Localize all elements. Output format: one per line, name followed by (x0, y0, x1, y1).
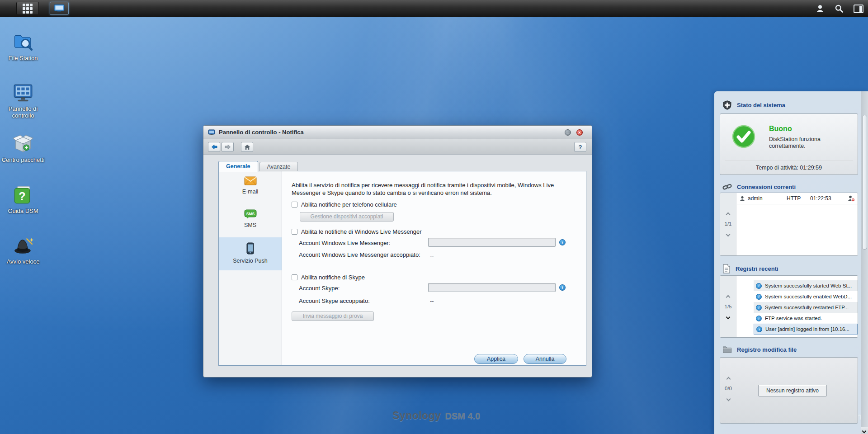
log-text: User [admin] logged in from [10.16... (765, 326, 849, 332)
paired-devices-button[interactable]: Gestione dispositivi accoppiati (300, 212, 394, 222)
close-button[interactable]: × (576, 129, 583, 136)
system-status-header: Stato del sistema (722, 100, 785, 110)
dsm-branding: Synology DSM 4.0 (392, 410, 480, 422)
tab-generale[interactable]: Generale (218, 161, 258, 172)
tab-content-panel: E-mail SMS SMS Servizio (218, 171, 586, 366)
taskbar (0, 0, 868, 17)
brand-version: DSM 4.0 (445, 411, 481, 421)
mobile-checkbox-row: Abilita notifiche per telefono cellulare (292, 201, 397, 208)
desktop-icon-label: File Station (1, 55, 45, 61)
scrollbar-down-button[interactable] (861, 427, 868, 434)
skype-checkbox[interactable] (292, 274, 297, 280)
system-status-box: Buono DiskStation funziona correttamente… (720, 113, 858, 175)
skype-checkbox-row: Abilita notifiche di Skype (292, 274, 365, 281)
log-page-icon (722, 264, 731, 274)
log-row[interactable]: iSystem successfully started Web St... (754, 280, 858, 291)
nav-item-email[interactable]: E-mail (219, 171, 282, 204)
panel-scrollbar[interactable] (861, 91, 868, 434)
connection-row[interactable]: admin HTTP 01:22:53 (737, 193, 858, 204)
nav-item-sms[interactable]: SMS SMS (219, 204, 282, 237)
wlm-account-input[interactable] (428, 238, 556, 247)
page-down-icon[interactable] (726, 232, 731, 237)
log-row-selected[interactable]: iUser [admin] logged in from [10.16... (754, 324, 858, 335)
connection-time: 01:22:53 (810, 195, 848, 202)
wlm-account-label: Account Windows Live Messenger: (299, 240, 390, 247)
logs-pager: 1/5 (720, 276, 736, 337)
user-mini-icon (740, 196, 745, 201)
page-up-icon[interactable] (726, 377, 731, 382)
widgets-panel-icon[interactable] (854, 5, 863, 13)
main-menu-icon (23, 4, 33, 14)
widget-title: Connessioni correnti (737, 184, 796, 190)
svg-text:SMS: SMS (246, 212, 255, 216)
connections-pager: 1/1 (720, 193, 736, 255)
control-panel-window: Pannello di controllo - Notifica – × ? G… (203, 125, 592, 377)
page-up-icon[interactable] (726, 295, 731, 300)
back-button[interactable] (208, 142, 220, 152)
notification-nav-sidebar: E-mail SMS SMS Servizio (219, 171, 282, 365)
page-indicator: 1/5 (725, 304, 732, 309)
skype-paired-label: Account Skype accoppiato: (299, 297, 370, 305)
uptime-text: Tempo di attività: 01:29:59 (720, 165, 858, 171)
skype-checkbox-label: Abilita notifiche di Skype (301, 274, 365, 281)
search-icon[interactable] (835, 4, 844, 13)
log-text: System successfully enabled WebD... (765, 294, 852, 299)
nav-item-servizio-push[interactable]: Servizio Push (219, 237, 282, 270)
forward-arrow-icon (225, 144, 231, 150)
tab-avanzate[interactable]: Avanzate (259, 162, 298, 171)
mobile-checkbox[interactable] (292, 202, 297, 208)
widget-title: Registro modifica file (737, 346, 797, 353)
shield-plus-icon (722, 100, 732, 110)
page-down-icon[interactable] (726, 315, 731, 320)
home-button[interactable] (241, 142, 253, 152)
desktop-icon-label: Avvio veloce (1, 258, 45, 265)
desktop-icon-dsm-help[interactable]: ? Guida DSM (1, 184, 45, 214)
info-icon: i (756, 326, 762, 332)
pilot-view-button[interactable] (50, 2, 69, 15)
wlm-info-icon[interactable]: i (559, 239, 566, 245)
back-arrow-icon (211, 144, 217, 150)
kick-user-icon[interactable] (848, 195, 855, 202)
window-titlebar[interactable]: Pannello di controllo - Notifica – × (203, 126, 592, 139)
connections-box: 1/1 admin HTTP 01:22:53 (720, 193, 858, 256)
forward-button[interactable] (222, 142, 234, 152)
home-icon (244, 144, 250, 150)
wlm-checkbox-row: Abilita le notifiche di Windows Live Mes… (292, 228, 422, 235)
log-row[interactable]: iSystem successfully restarted FTP... (754, 302, 858, 313)
desktop-icon-package-center[interactable]: Centro pacchetti (1, 133, 45, 163)
recent-logs-header: Registri recenti (722, 264, 778, 274)
skype-info-icon[interactable]: i (559, 284, 566, 291)
recent-logs-box: 1/5 iSystem successfully started Web St.… (720, 275, 858, 338)
scrollbar-thumb[interactable] (862, 115, 867, 250)
desktop-icon-control-panel[interactable]: Pannello di controllo (1, 82, 45, 119)
widget-title: Stato del sistema (737, 102, 785, 108)
apply-button[interactable]: Applica (474, 354, 518, 364)
nav-item-label: SMS (219, 222, 282, 228)
info-icon: i (756, 316, 762, 321)
desktop-icon-file-station[interactable]: File Station (1, 32, 45, 61)
control-panel-icon (1, 82, 45, 103)
log-row[interactable]: iFTP service was started. (754, 313, 858, 324)
file-station-icon (1, 32, 45, 52)
user-icon[interactable] (816, 4, 825, 13)
file-log-folder-icon (722, 345, 732, 354)
page-down-icon[interactable] (726, 397, 731, 401)
log-text: FTP service was started. (765, 316, 822, 321)
logs-list: iSystem successfully started Web St... i… (737, 276, 858, 337)
skype-account-input[interactable] (428, 283, 556, 292)
page-up-icon[interactable] (726, 212, 731, 217)
help-button[interactable]: ? (574, 142, 586, 152)
skype-paired-value: -- (430, 297, 434, 304)
nav-item-label: E-mail (219, 189, 282, 195)
main-menu-button[interactable] (16, 2, 39, 15)
desktop-icon-label: Guida DSM (1, 208, 45, 214)
wlm-checkbox[interactable] (292, 229, 297, 235)
minimize-button[interactable]: – (565, 129, 571, 136)
cancel-button[interactable]: Annulla (524, 354, 566, 364)
log-row[interactable]: iSystem successfully enabled WebD... (754, 291, 858, 302)
wlm-paired-value: -- (430, 252, 434, 259)
test-message-button[interactable]: Invia messaggio di prova (292, 311, 374, 321)
desktop-icon-label: Centro pacchetti (1, 156, 45, 163)
status-description: DiskStation funziona correttamente. (769, 136, 841, 150)
desktop-icon-quick-start[interactable]: Avvio veloce (1, 235, 45, 265)
